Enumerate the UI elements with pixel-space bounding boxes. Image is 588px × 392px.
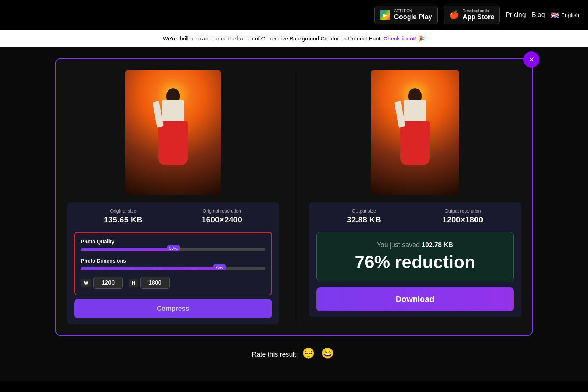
announcement-text: We're thrilled to announce the launch of… bbox=[163, 35, 382, 42]
language-label: English bbox=[561, 12, 579, 18]
quality-slider-fill bbox=[81, 248, 173, 251]
output-fig-robe bbox=[400, 121, 430, 165]
output-size-value: 32.88 KB bbox=[347, 215, 381, 225]
flag-icon: 🇬🇧 bbox=[551, 11, 559, 19]
happy-emoji[interactable]: 😄 bbox=[321, 348, 334, 359]
language-selector[interactable]: 🇬🇧 English bbox=[551, 11, 579, 19]
google-play-label-small: GET IT ON bbox=[394, 9, 432, 13]
header: ▶ GET IT ON Google Play 🍎 Download on th… bbox=[0, 0, 588, 30]
sad-emoji[interactable]: 😔 bbox=[302, 348, 315, 359]
original-size-item: Original size 135.65 KB bbox=[104, 208, 142, 225]
left-panel: Original size 135.65 KB Original resolut… bbox=[67, 70, 279, 324]
output-info-row: Output size 32.88 KB Output resolution 1… bbox=[316, 208, 514, 225]
fig-robe bbox=[158, 121, 188, 165]
compress-button[interactable]: Compress bbox=[74, 299, 272, 318]
rating-label: Rate this result: bbox=[252, 351, 298, 358]
original-info-row: Original size 135.65 KB Original resolut… bbox=[74, 208, 272, 225]
dimensions-slider-fill bbox=[81, 267, 219, 270]
output-size-label: Output size bbox=[347, 208, 381, 214]
original-image-preview bbox=[125, 70, 221, 195]
quality-slider-track: 50% bbox=[81, 248, 265, 251]
blog-link[interactable]: Blog bbox=[532, 11, 545, 19]
rating-row: Rate this result: 😔 😄 bbox=[15, 347, 573, 359]
quality-label: Photo Quality bbox=[81, 239, 265, 245]
original-resolution-label: Original resolution bbox=[201, 208, 242, 214]
google-play-icon: ▶ bbox=[380, 10, 390, 20]
image-figure bbox=[125, 70, 221, 195]
dimensions-badge: 75% bbox=[213, 264, 226, 270]
original-resolution-item: Original resolution 1600×2400 bbox=[201, 208, 242, 225]
output-resolution-label: Output resolution bbox=[442, 208, 483, 214]
width-group: W bbox=[81, 277, 123, 289]
savings-box: You just saved 102.78 KB 76% reduction bbox=[316, 232, 514, 281]
output-size-item: Output size 32.88 KB bbox=[347, 208, 381, 225]
original-size-label: Original size bbox=[104, 208, 142, 214]
savings-amount: 102.78 KB bbox=[422, 241, 453, 249]
height-group: H bbox=[129, 277, 169, 289]
width-input[interactable] bbox=[93, 277, 123, 289]
height-input[interactable] bbox=[140, 277, 170, 289]
original-info-box: Original size 135.65 KB Original resolut… bbox=[67, 202, 279, 324]
output-resolution-value: 1200×1800 bbox=[442, 215, 483, 225]
close-button[interactable]: ✕ bbox=[523, 51, 539, 68]
width-label: W bbox=[81, 279, 91, 287]
download-button[interactable]: Download bbox=[316, 287, 514, 311]
original-resolution-value: 1600×2400 bbox=[201, 215, 242, 225]
dimensions-slider-container: 75% bbox=[81, 267, 265, 270]
app-store-label-small: Download on the bbox=[463, 9, 494, 13]
height-label: H bbox=[129, 279, 138, 287]
output-info-box: Output size 32.88 KB Output resolution 1… bbox=[309, 202, 521, 317]
reduction-percentage: 76% reduction bbox=[326, 252, 505, 272]
main-content: ✕ Original size 1 bbox=[0, 47, 588, 381]
output-image-figure bbox=[371, 70, 459, 195]
dimensions-row: W H bbox=[81, 277, 265, 289]
app-store-label-big: App Store bbox=[463, 13, 494, 21]
card-container: ✕ Original size 1 bbox=[55, 58, 533, 336]
figure-silhouette bbox=[151, 88, 195, 184]
product-hunt-link[interactable]: Check it out! 🎉 bbox=[383, 35, 425, 42]
google-play-button[interactable]: ▶ GET IT ON Google Play bbox=[374, 6, 438, 25]
savings-text: You just saved 102.78 KB bbox=[326, 241, 505, 249]
apple-icon: 🍎 bbox=[449, 10, 459, 20]
output-figure-silhouette bbox=[393, 88, 437, 184]
quality-badge: 50% bbox=[167, 245, 180, 251]
quality-slider-container: 50% bbox=[81, 248, 265, 251]
right-panel: Output size 32.88 KB Output resolution 1… bbox=[309, 70, 521, 324]
original-size-value: 135.65 KB bbox=[104, 215, 142, 225]
output-image-preview bbox=[371, 70, 459, 195]
google-play-label-big: Google Play bbox=[394, 13, 432, 21]
controls-box: Photo Quality 50% Photo Dimensions 75% bbox=[74, 232, 272, 295]
app-store-button[interactable]: 🍎 Download on the App Store bbox=[444, 6, 500, 25]
dimensions-slider-track: 75% bbox=[81, 267, 265, 270]
announcement-bar: We're thrilled to announce the launch of… bbox=[0, 30, 588, 47]
pricing-link[interactable]: Pricing bbox=[506, 11, 526, 19]
panel-divider bbox=[294, 70, 294, 324]
dimensions-label: Photo Dimensions bbox=[81, 258, 265, 264]
output-resolution-item: Output resolution 1200×1800 bbox=[442, 208, 483, 225]
